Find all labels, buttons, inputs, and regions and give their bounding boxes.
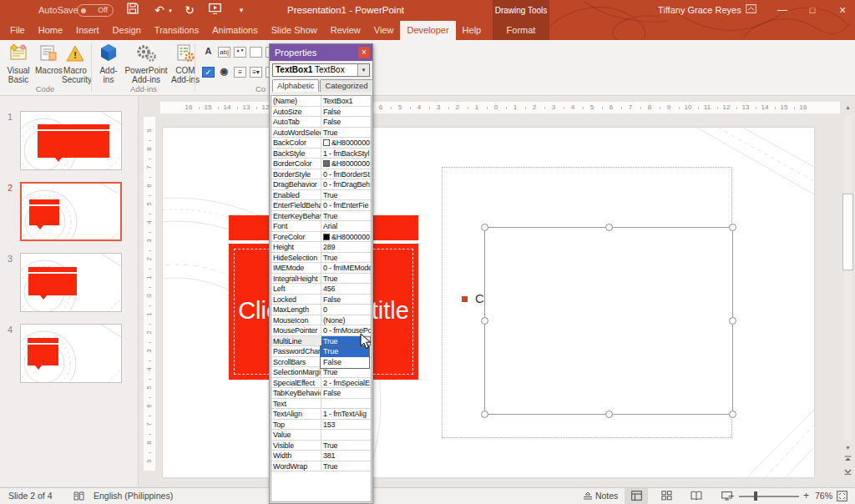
powerpoint-add-ins-button[interactable]: PowerPoint Add-ins <box>124 43 169 84</box>
object-selector-arrow-icon[interactable]: ▼ <box>357 64 369 76</box>
redo-icon[interactable]: ↻ <box>180 2 199 19</box>
visual-basic-button[interactable]: Visual Basic <box>3 43 33 84</box>
zoom-slider-track[interactable] <box>739 496 799 497</box>
prop-row-mouseicon[interactable]: MouseIcon(None) <box>271 315 371 326</box>
properties-close-icon[interactable]: × <box>358 47 370 58</box>
prop-row-forecolor[interactable]: ForeColor&H8000000 <box>271 232 371 243</box>
ribbon-tab-home[interactable]: Home <box>32 21 69 40</box>
close-icon[interactable]: × <box>830 0 855 21</box>
undo-dropdown-icon[interactable]: ▾ <box>166 2 175 19</box>
zoom-level[interactable]: 76% <box>815 488 832 504</box>
ribbon-tab-insert[interactable]: Insert <box>69 21 106 40</box>
properties-window[interactable]: Properties × TextBox1 TextBox ▼ Alphabet… <box>269 43 373 504</box>
ribbon-tab-review[interactable]: Review <box>324 21 367 40</box>
ribbon-tab-transitions[interactable]: Transitions <box>148 21 205 40</box>
properties-window-titlebar[interactable]: Properties × <box>270 44 372 61</box>
resize-handle-top-left[interactable] <box>481 224 488 231</box>
resize-handle-middle-left[interactable] <box>481 317 488 325</box>
spell-check-icon[interactable] <box>73 491 84 504</box>
optionbutton-control-icon[interactable]: ◉ <box>218 67 230 78</box>
prop-row-borderstyle[interactable]: BorderStyle0 - fmBorderSt <box>271 169 371 180</box>
zoom-slider-thumb[interactable] <box>754 491 757 501</box>
prop-row-backcolor[interactable]: BackColor&H8000000 <box>271 138 371 149</box>
popup-option-false[interactable]: False <box>321 357 369 368</box>
add-ins-button[interactable]: Add-ins <box>95 43 122 84</box>
prop-row-backstyle[interactable]: BackStyle1 - fmBackStyl <box>271 149 371 159</box>
prop-row-name[interactable]: (Name)TextBox1 <box>271 96 371 107</box>
scroll-down-icon[interactable]: ▼ <box>842 442 853 453</box>
checkbox-control-icon[interactable]: ✓ <box>202 67 215 78</box>
prop-row-bordercolor[interactable]: BorderColor&H8000000 <box>271 159 371 169</box>
combobox-control-icon[interactable]: ≡▾ <box>250 67 262 78</box>
ribbon-tab-file[interactable]: File <box>3 21 32 40</box>
listbox-control-icon[interactable]: ≡ <box>234 67 246 78</box>
vertical-ruler[interactable]: 9876543210123456789 <box>144 117 155 471</box>
ribbon-tab-design[interactable]: Design <box>106 21 148 40</box>
tab-categorized[interactable]: Categorized <box>320 79 372 92</box>
zoom-in-button[interactable]: + <box>803 488 809 504</box>
vertical-scrollbar[interactable]: ▲ ▼ <box>842 102 854 481</box>
prop-row-top[interactable]: Top153 <box>271 420 371 431</box>
minimize-icon[interactable]: — <box>770 0 795 21</box>
ribbon-tab-slide-show[interactable]: Slide Show <box>265 21 324 40</box>
prop-row-specialeffect[interactable]: SpecialEffect2 - fmSpecialE <box>271 378 371 389</box>
resize-handle-middle-right[interactable] <box>729 317 736 325</box>
previous-slide-icon[interactable] <box>842 456 853 466</box>
quick-access-customize-icon[interactable]: ▾ <box>232 2 250 19</box>
prop-row-autosize[interactable]: AutoSizeFalse <box>271 107 371 118</box>
prop-row-enterkeybehavior[interactable]: EnterKeyBehaviorTrue <box>271 211 371 222</box>
prop-row-width[interactable]: Width381 <box>271 451 371 461</box>
slideshow-view-button[interactable] <box>715 488 738 504</box>
prop-row-tabkeybehavior[interactable]: TabKeyBehaviorFalse <box>271 388 371 399</box>
prop-row-textalign[interactable]: TextAlign1 - fmTextAlig <box>271 409 371 420</box>
resize-handle-top-right[interactable] <box>729 224 736 231</box>
scrollbar-track[interactable] <box>844 115 852 441</box>
prop-row-text[interactable]: Text <box>271 399 371 410</box>
activex-textbox-control[interactable] <box>484 227 733 415</box>
fit-to-window-icon[interactable] <box>837 491 847 504</box>
scroll-up-icon[interactable]: ▲ <box>842 102 853 113</box>
prop-row-dragbehavior[interactable]: DragBehavior0 - fmDragBeh <box>271 179 371 190</box>
slide-canvas[interactable]: Click to add title Click to add text <box>163 128 814 477</box>
prop-row-font[interactable]: FontArial <box>271 221 371 232</box>
save-icon[interactable] <box>124 2 142 19</box>
resize-handle-bottom-right[interactable] <box>729 411 736 418</box>
commandbutton-control-icon[interactable] <box>250 47 262 58</box>
reading-view-button[interactable] <box>685 488 708 504</box>
ribbon-tab-animations[interactable]: Animations <box>205 21 264 40</box>
macro-security-button[interactable]: ! Macro Security <box>62 43 89 84</box>
property-grid[interactable]: (Name)TextBox1AutoSizeFalseAutoTabFalseA… <box>271 95 372 502</box>
slide-thumbnail-panel[interactable]: 1234 <box>0 96 139 486</box>
prop-row-integralheight[interactable]: IntegralHeightTrue <box>271 274 371 285</box>
textbox-control-icon[interactable]: ab| <box>218 47 230 58</box>
resize-handle-bottom-left[interactable] <box>481 411 488 418</box>
slide-indicator[interactable]: Slide 2 of 4 <box>8 488 53 504</box>
maximize-icon[interactable]: □ <box>800 0 825 21</box>
spinbutton-control-icon[interactable]: ▲▼ <box>234 47 246 58</box>
ribbon-tab-help[interactable]: Help <box>456 21 488 40</box>
resize-handle-bottom-center[interactable] <box>605 411 613 418</box>
prop-row-imemode[interactable]: IMEMode0 - fmIMEMode <box>271 263 371 274</box>
normal-view-button[interactable] <box>625 488 648 504</box>
prop-row-locked[interactable]: LockedFalse <box>271 295 371 305</box>
zoom-out-button[interactable]: − <box>728 488 735 504</box>
start-slideshow-icon[interactable] <box>205 2 224 19</box>
ribbon-tab-format[interactable]: Format <box>493 21 549 40</box>
slide-thumbnail-1[interactable] <box>20 111 122 170</box>
prop-row-maxlength[interactable]: MaxLength0 <box>271 305 371 315</box>
prop-row-mousepointer[interactable]: MousePointer0 - fmMousePo <box>271 325 371 336</box>
prop-row-wordwrap[interactable]: WordWrapTrue <box>271 461 371 472</box>
prop-row-value[interactable]: Value <box>271 430 371 441</box>
autosave-toggle[interactable]: Off <box>77 4 114 17</box>
prop-row-enabled[interactable]: EnabledTrue <box>271 190 371 201</box>
prop-row-autotab[interactable]: AutoTabFalse <box>271 117 371 128</box>
user-name[interactable]: Tiffany Grace Reyes <box>658 0 741 21</box>
ribbon-tab-developer[interactable]: Developer <box>400 21 455 40</box>
ribbon-display-options-icon[interactable] <box>738 0 763 21</box>
prop-row-left[interactable]: Left456 <box>271 284 371 295</box>
prop-row-visible[interactable]: VisibleTrue <box>271 441 371 451</box>
slide-thumbnail-2[interactable] <box>20 182 122 241</box>
scrollbar-thumb[interactable] <box>842 194 853 270</box>
next-slide-icon[interactable] <box>842 467 853 478</box>
prop-row-autowordselect[interactable]: AutoWordSelectTrue <box>271 128 371 139</box>
